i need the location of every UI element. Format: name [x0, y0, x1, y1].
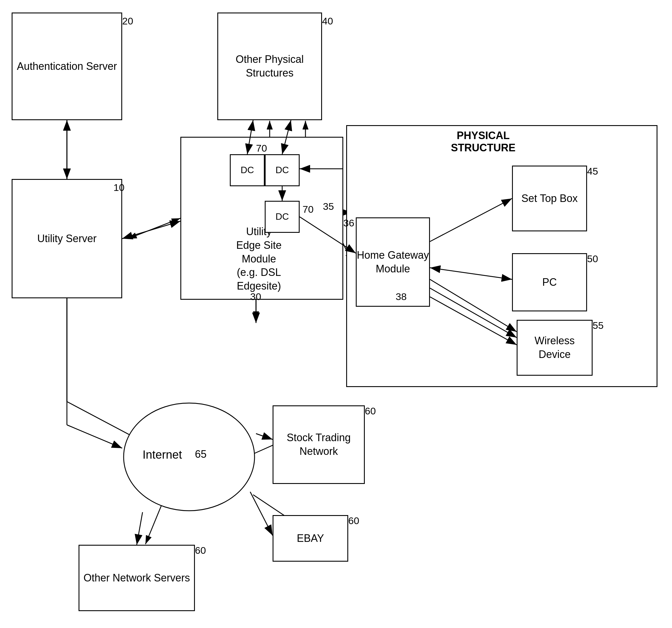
- svg-line-38: [256, 434, 272, 439]
- pc-label: PC: [542, 276, 557, 289]
- stock-trading-num: 60: [365, 405, 376, 417]
- pc-box: PC: [512, 253, 587, 311]
- dc2-label: DC: [275, 164, 289, 176]
- stock-trading-label: Stock Trading Network: [273, 431, 364, 458]
- num-70a: 70: [256, 143, 267, 154]
- home-gateway-label: Home Gateway Module: [357, 249, 429, 276]
- ebay-box: EBAY: [272, 515, 348, 562]
- auth-server-box: Authentication Server: [11, 13, 122, 120]
- utility-server-box: Utility Server: [11, 179, 122, 298]
- wireless-num: 55: [593, 320, 604, 331]
- set-top-box: Set Top Box: [512, 166, 587, 231]
- other-network-label: Other Network Servers: [83, 571, 190, 585]
- utility-edge-label: UtilityEdge SiteModule(e.g. DSLEdgesite): [236, 225, 282, 293]
- other-physical-label: Other Physical Structures: [218, 53, 321, 80]
- num-30: 30: [250, 291, 261, 302]
- auth-server-num: 20: [122, 16, 133, 27]
- svg-line-40: [137, 512, 143, 545]
- ebay-num: 60: [348, 515, 359, 527]
- svg-line-37: [67, 425, 122, 448]
- num-70b: 70: [303, 204, 314, 215]
- dc3-box: DC: [265, 201, 299, 233]
- svg-line-30: [122, 221, 181, 239]
- physical-structure-label: PHYSICALSTRUCTURE: [451, 130, 515, 154]
- other-network-num: 60: [195, 545, 206, 556]
- internet-label: Internet: [143, 448, 182, 461]
- set-top-box-num: 45: [587, 166, 598, 177]
- internet-ellipse-svg: [122, 402, 256, 512]
- dc2-box: DC: [265, 154, 299, 186]
- diagram: Authentication Server 20 Other Physical …: [0, 0, 672, 628]
- set-top-box-label: Set Top Box: [521, 192, 577, 206]
- stock-trading-box: Stock Trading Network: [272, 405, 365, 484]
- wireless-label: Wireless Device: [518, 334, 592, 362]
- other-physical-num: 40: [322, 16, 333, 27]
- dc3-label: DC: [275, 211, 289, 223]
- auth-server-label: Authentication Server: [17, 60, 117, 73]
- home-gateway-box: Home Gateway Module: [356, 217, 430, 307]
- pc-num: 50: [587, 253, 598, 264]
- num-35: 35: [323, 201, 334, 212]
- dc1-label: DC: [241, 164, 254, 176]
- utility-server-num: 10: [114, 182, 124, 193]
- other-network-box: Other Network Servers: [78, 545, 195, 611]
- utility-server-label: Utility Server: [37, 232, 97, 246]
- ebay-label: EBAY: [297, 532, 324, 545]
- dc1-box: DC: [230, 154, 265, 186]
- svg-line-7: [128, 218, 181, 239]
- num-38: 38: [395, 291, 407, 302]
- internet-num: 65: [195, 448, 207, 460]
- wireless-box: Wireless Device: [517, 320, 593, 376]
- internet-ellipse: Internet 65: [122, 402, 256, 512]
- other-physical-box: Other Physical Structures: [217, 13, 322, 120]
- home-gateway-num: 36: [343, 217, 354, 229]
